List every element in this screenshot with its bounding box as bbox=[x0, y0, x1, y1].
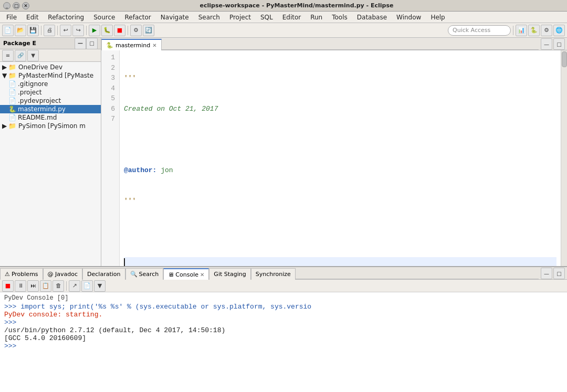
tree-item-gitignore[interactable]: 📄 .gitignore bbox=[0, 80, 101, 88]
editor-content[interactable]: 1 2 3 4 5 6 7 ''' Created on Oct 21, 201… bbox=[101, 50, 567, 266]
editor-tab-mastermind[interactable]: 🐍 mastermind ✕ bbox=[101, 39, 162, 50]
menu-help[interactable]: Help bbox=[426, 13, 449, 22]
titlebar-controls[interactable]: _ □ ✕ bbox=[3, 2, 29, 9]
menu-refactoring[interactable]: Refactoring bbox=[44, 13, 88, 22]
tree-item-pysimon[interactable]: ▶ 📁 PySimon [PySimon m bbox=[0, 122, 101, 130]
console-btn-5[interactable]: 🗑 bbox=[52, 280, 64, 292]
close-button[interactable]: ✕ bbox=[22, 2, 29, 9]
tab-synchronize[interactable]: Synchronize bbox=[251, 268, 296, 280]
toolbar-btn-3[interactable]: ⚙ bbox=[130, 25, 142, 36]
toolbar-new[interactable]: 📄 bbox=[2, 25, 14, 36]
bottom-minimize[interactable]: — bbox=[541, 268, 552, 279]
console-line-6: >>> bbox=[4, 342, 563, 350]
tree-item-pydevproject[interactable]: 📄 .pydevproject bbox=[0, 97, 101, 105]
maximize-button[interactable]: □ bbox=[13, 2, 20, 9]
package-explorer: Package E — □ ≡ 🔗 ▼ ▶ 📁 OneDrive Dev ▼ 📁 bbox=[0, 38, 101, 266]
console-toolbar: ■ ⏸ ⏭ 📋 🗑 ↗ 📄 ▼ bbox=[0, 280, 567, 292]
console-tab-close[interactable]: ✕ bbox=[200, 272, 204, 278]
toolbar-stop[interactable]: ■ bbox=[114, 25, 125, 36]
menu-edit[interactable]: Edit bbox=[22, 13, 43, 22]
console-line-1: >>> import sys; print('%s %s' % (sys.exe… bbox=[4, 303, 563, 311]
toolbar-open[interactable]: 📂 bbox=[15, 25, 26, 36]
menu-window[interactable]: Window bbox=[392, 13, 425, 22]
tree-item-onedrive[interactable]: ▶ 📁 OneDrive Dev bbox=[0, 63, 101, 71]
pe-minimize[interactable]: — bbox=[75, 38, 86, 49]
editors-area: Package E — □ ≡ 🔗 ▼ ▶ 📁 OneDrive Dev ▼ 📁 bbox=[0, 38, 567, 266]
menu-navigate[interactable]: Navigate bbox=[156, 13, 193, 22]
expand-icon: ▶ bbox=[2, 63, 7, 71]
menu-sql[interactable]: SQL bbox=[256, 13, 277, 22]
line-numbers: 1 2 3 4 5 6 7 bbox=[101, 50, 120, 266]
tree-item-project[interactable]: 📄 .project bbox=[0, 88, 101, 97]
minimize-button[interactable]: _ bbox=[3, 2, 10, 9]
toolbar-perspective-4[interactable]: 🌐 bbox=[553, 25, 565, 36]
file-icon-3: 📄 bbox=[8, 97, 16, 104]
tree-item-pymastermind[interactable]: ▼ 📁 PyMasterMind [PyMaste bbox=[0, 71, 101, 80]
problems-icon: ⚠ bbox=[5, 271, 10, 278]
tab-declaration[interactable]: Declaration bbox=[82, 268, 125, 280]
tab-javadoc[interactable]: @ Javadoc bbox=[43, 268, 83, 280]
pe-link[interactable]: 🔗 bbox=[15, 50, 26, 61]
console-stop-btn[interactable]: ■ bbox=[2, 280, 14, 292]
toolbar-btn-1[interactable]: ↩ bbox=[60, 25, 71, 36]
tab-git-staging[interactable]: Git Staging bbox=[209, 268, 250, 280]
expand-icon-2: ▼ bbox=[2, 72, 7, 79]
toolbar-btn-2[interactable]: ↪ bbox=[72, 25, 84, 36]
code-area[interactable]: ''' Created on Oct 21, 2017 @author: jon… bbox=[120, 50, 561, 266]
toolbar-print[interactable]: 🖨 bbox=[44, 25, 55, 36]
menu-run[interactable]: Run bbox=[306, 13, 327, 22]
pe-header: Package E — □ bbox=[0, 38, 101, 49]
bottom-panel: ⚠ Problems @ Javadoc Declaration 🔍 Searc… bbox=[0, 266, 567, 392]
tab-search[interactable]: 🔍 Search bbox=[125, 268, 164, 280]
toolbar-save[interactable]: 💾 bbox=[27, 25, 39, 36]
title-text: eclipse-workspace - PyMasterMind/masterm… bbox=[29, 2, 564, 9]
tree-label-pymastermind: PyMasterMind [PyMaste bbox=[18, 72, 93, 79]
console-btn-4[interactable]: 📋 bbox=[40, 280, 51, 292]
editor-minimize[interactable]: — bbox=[541, 38, 552, 50]
console-btn-3[interactable]: ⏭ bbox=[27, 280, 39, 292]
console-header-label: PyDev Console [0] bbox=[4, 294, 563, 302]
quick-access-input[interactable]: Quick Access bbox=[448, 25, 511, 36]
toolbar-perspective-3[interactable]: ⚙ bbox=[541, 25, 552, 36]
console-icon: 🖥 bbox=[168, 271, 174, 278]
console-btn-7[interactable]: 📄 bbox=[81, 280, 93, 292]
tree-label-readme: README.md bbox=[18, 114, 57, 121]
editor-scrollbar[interactable] bbox=[561, 50, 567, 266]
console-btn-8[interactable]: ▼ bbox=[94, 280, 106, 292]
pe-menu[interactable]: ▼ bbox=[27, 50, 39, 61]
menu-refactor[interactable]: Refactor bbox=[120, 13, 155, 22]
tab-console[interactable]: 🖥 Console ✕ bbox=[163, 268, 209, 280]
editor-tabbar: 🐍 mastermind ✕ — □ bbox=[101, 38, 567, 50]
code-line-4: @author: jon bbox=[124, 165, 556, 176]
tree-item-mastermind[interactable]: 🐍 mastermind.py bbox=[0, 105, 101, 113]
editor-tab-label: mastermind bbox=[116, 42, 150, 49]
toolbar-run[interactable]: ▶ bbox=[89, 25, 100, 36]
menu-search[interactable]: Search bbox=[194, 13, 224, 22]
console-btn-6[interactable]: ↗ bbox=[69, 280, 80, 292]
expand-icon-3: ▶ bbox=[2, 122, 7, 130]
toolbar-sep-5 bbox=[513, 26, 513, 35]
menu-file[interactable]: File bbox=[2, 13, 21, 22]
tab-problems[interactable]: ⚠ Problems bbox=[0, 268, 43, 280]
console-line-4: /usr/bin/python 2.7.12 (default, Dec 4 2… bbox=[4, 326, 563, 334]
toolbar-btn-4[interactable]: 🔄 bbox=[143, 25, 154, 36]
pe-maximize[interactable]: □ bbox=[86, 38, 98, 49]
menu-project[interactable]: Project bbox=[225, 13, 255, 22]
pe-collapse[interactable]: ≡ bbox=[2, 50, 14, 61]
console-btn-2[interactable]: ⏸ bbox=[15, 280, 26, 292]
toolbar-debug[interactable]: 🐛 bbox=[101, 25, 113, 36]
menu-editor[interactable]: Editor bbox=[278, 13, 306, 22]
toolbar-perspective-1[interactable]: 📊 bbox=[516, 25, 527, 36]
file-icon-1: 📄 bbox=[8, 80, 16, 88]
bottom-maximize[interactable]: □ bbox=[553, 268, 565, 279]
console-line-3: >>> bbox=[4, 319, 563, 326]
editor-maximize[interactable]: □ bbox=[553, 38, 565, 50]
tab-close-button[interactable]: ✕ bbox=[152, 43, 156, 48]
menu-database[interactable]: Database bbox=[353, 13, 391, 22]
tree-label-onedrive: OneDrive Dev bbox=[18, 63, 62, 71]
menu-tools[interactable]: Tools bbox=[328, 13, 352, 22]
toolbar-perspective-2[interactable]: 🐍 bbox=[528, 25, 540, 36]
menu-source[interactable]: Source bbox=[89, 13, 119, 22]
pe-tree: ▶ 📁 OneDrive Dev ▼ 📁 PyMasterMind [PyMas… bbox=[0, 62, 101, 266]
tree-item-readme[interactable]: 📄 README.md bbox=[0, 113, 101, 122]
